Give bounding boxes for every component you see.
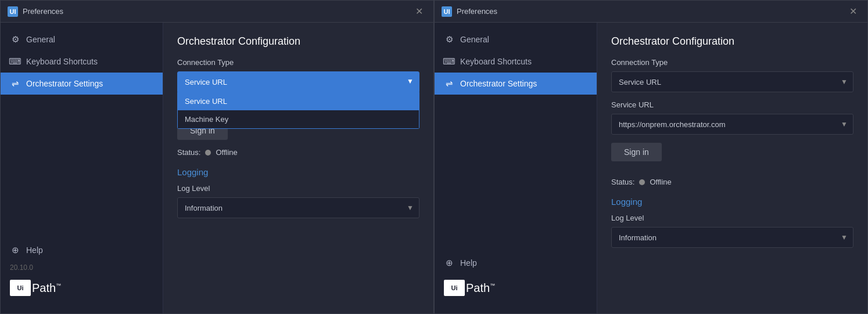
orchestrator-icon-1: ⇌ — [10, 78, 20, 89]
sidebar-label-orchestrator-1: Orchestrator Settings — [26, 79, 103, 88]
dropdown-list-1: Service URL Machine Key — [177, 92, 419, 129]
close-button-2[interactable]: ✕ — [846, 5, 860, 18]
sidebar-item-orchestrator-2[interactable]: ⇌ Orchestrator Settings — [435, 73, 597, 95]
logging-title-1: Logging — [177, 167, 419, 177]
service-url-select-2[interactable]: https://onprem.orchestrator.com — [611, 114, 853, 135]
main-content-1: Orchestrator Configuration Connection Ty… — [163, 23, 433, 313]
status-label-1: Status: — [177, 148, 200, 157]
logo-area-2: Ui Path™ — [435, 274, 597, 302]
sidebar-item-general-2[interactable]: ⚙ General — [435, 28, 597, 50]
status-row-2: Status: Offline — [611, 178, 853, 186]
window-2: UI Preferences ✕ ⚙ General ⌨ Keyboard Sh… — [434, 0, 868, 314]
sidebar-label-general-2: General — [460, 35, 489, 44]
status-dot-1 — [205, 150, 211, 156]
status-value-1: Offline — [216, 148, 237, 157]
window-body-2: ⚙ General ⌨ Keyboard Shortcuts ⇌ Orchest… — [435, 23, 867, 313]
status-label-2: Status: — [611, 178, 634, 186]
sidebar-bottom-1: ⊕ Help 20.10.0 Ui Path™ — [1, 233, 163, 308]
sidebar-item-keyboard-1[interactable]: ⌨ Keyboard Shortcuts — [1, 50, 163, 73]
titlebar-2: UI Preferences ✕ — [435, 1, 867, 23]
window-title-2: Preferences — [457, 7, 497, 16]
log-level-select-1[interactable]: Information — [177, 197, 419, 218]
app-icon-1: UI — [8, 6, 18, 17]
gear-icon-2: ⚙ — [444, 34, 454, 45]
main-content-2: Orchestrator Configuration Connection Ty… — [597, 23, 867, 313]
logo-box-1: Ui — [10, 280, 31, 296]
dropdown-item-service-url-1[interactable]: Service URL — [178, 92, 419, 110]
log-level-label-2: Log Level — [611, 214, 853, 222]
connection-type-label-2: Connection Type — [611, 58, 853, 67]
sidebar-item-help-2[interactable]: ⊕ Help — [435, 252, 597, 274]
logo-tm-2: ™ — [490, 283, 495, 288]
sidebar-1: ⚙ General ⌨ Keyboard Shortcuts ⇌ Orchest… — [1, 23, 163, 313]
title-area-2: UI Preferences — [442, 6, 497, 17]
sign-in-button-2[interactable]: Sign in — [611, 143, 662, 161]
uipath-logo-1: Ui Path™ — [10, 280, 61, 296]
keyboard-icon-2: ⌨ — [444, 56, 454, 67]
logo-text-1: Path™ — [32, 281, 61, 295]
sidebar-item-help-1[interactable]: ⊕ Help — [1, 239, 163, 261]
dropdown-trigger-1[interactable]: Service URL ▼ — [177, 71, 419, 92]
sidebar-label-orchestrator-2: Orchestrator Settings — [460, 79, 537, 88]
service-url-wrapper-2: https://onprem.orchestrator.com ▼ — [611, 114, 853, 135]
logo-box-2: Ui — [444, 280, 465, 296]
help-icon-2: ⊕ — [444, 258, 454, 268]
app-icon-2: UI — [442, 6, 452, 17]
sidebar-bottom-2: ⊕ Help Ui Path™ — [435, 246, 597, 308]
connection-type-wrapper-2: Service URL ▼ — [611, 71, 853, 92]
window-body-1: ⚙ General ⌨ Keyboard Shortcuts ⇌ Orchest… — [1, 23, 433, 313]
connection-type-dropdown-1[interactable]: Service URL ▼ Service URL Machine Key — [177, 71, 419, 92]
status-dot-2 — [639, 179, 645, 185]
service-url-label-2: Service URL — [611, 100, 853, 109]
log-level-label-1: Log Level — [177, 184, 419, 193]
section-title-2: Orchestrator Configuration — [611, 35, 853, 48]
gear-icon-1: ⚙ — [10, 34, 20, 45]
status-row-1: Status: Offline — [177, 148, 419, 157]
log-level-wrapper-2: Information ▼ — [611, 227, 853, 248]
logo-tm-1: ™ — [56, 283, 61, 288]
connection-type-select-2[interactable]: Service URL — [611, 71, 853, 92]
status-value-2: Offline — [650, 178, 671, 186]
log-level-select-2[interactable]: Information — [611, 227, 853, 248]
section-title-1: Orchestrator Configuration — [177, 35, 419, 48]
keyboard-icon-1: ⌨ — [10, 56, 20, 67]
help-icon-1: ⊕ — [10, 245, 20, 255]
sidebar-2: ⚙ General ⌨ Keyboard Shortcuts ⇌ Orchest… — [435, 23, 597, 313]
sidebar-item-orchestrator-1[interactable]: ⇌ Orchestrator Settings — [1, 73, 163, 95]
logo-text-2: Path™ — [466, 281, 495, 295]
close-button-1[interactable]: ✕ — [412, 5, 426, 18]
window-1: UI Preferences ✕ ⚙ General ⌨ Keyboard Sh… — [0, 0, 434, 314]
dropdown-arrow-1: ▼ — [407, 77, 414, 85]
dropdown-item-machine-key-1[interactable]: Machine Key — [178, 110, 419, 128]
uipath-logo-2: Ui Path™ — [444, 280, 495, 296]
orchestrator-icon-2: ⇌ — [444, 78, 454, 89]
sidebar-label-keyboard-2: Keyboard Shortcuts — [460, 57, 532, 66]
window-title-1: Preferences — [23, 7, 63, 16]
titlebar-1: UI Preferences ✕ — [1, 1, 433, 23]
logging-title-2: Logging — [611, 197, 853, 207]
sidebar-item-keyboard-2[interactable]: ⌨ Keyboard Shortcuts — [435, 50, 597, 73]
sidebar-label-help-2: Help — [460, 258, 477, 268]
connection-type-label-1: Connection Type — [177, 58, 419, 67]
version-1: 20.10.0 — [1, 261, 163, 274]
log-level-wrapper-1: Information ▼ — [177, 197, 419, 218]
sidebar-label-keyboard-1: Keyboard Shortcuts — [26, 57, 98, 66]
sidebar-label-general-1: General — [26, 35, 55, 44]
logo-area-1: Ui Path™ — [1, 274, 163, 302]
title-area-1: UI Preferences — [8, 6, 63, 17]
sidebar-item-general-1[interactable]: ⚙ General — [1, 28, 163, 50]
sidebar-label-help-1: Help — [26, 246, 43, 255]
